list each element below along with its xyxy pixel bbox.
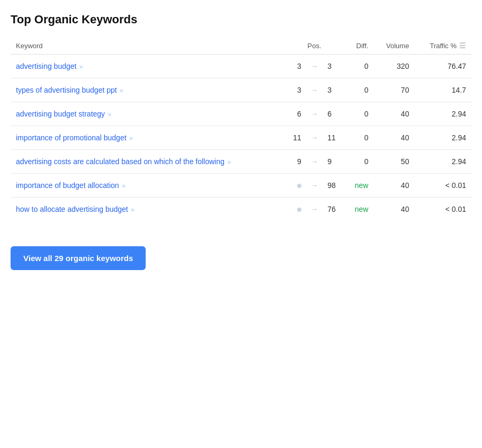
col-header-traffic: Traffic % ☰ bbox=[414, 37, 471, 55]
pos-arrow-cell: → bbox=[304, 78, 325, 102]
pos-from-cell: 11 bbox=[284, 126, 304, 150]
keyword-cell: importance of promotional budget » bbox=[11, 126, 284, 150]
pos-arrow-cell: → bbox=[304, 55, 325, 78]
keyword-cell: importance of budget allocation » bbox=[11, 174, 284, 198]
keyword-link[interactable]: importance of budget allocation » bbox=[16, 181, 126, 190]
pos-arrow-cell: → bbox=[304, 174, 325, 198]
chevron-double-icon: » bbox=[106, 111, 111, 118]
table-row: importance of budget allocation »→98new4… bbox=[11, 174, 471, 198]
traffic-cell: 14.7 bbox=[414, 78, 471, 102]
keyword-cell: advertising budget strategy » bbox=[11, 102, 284, 126]
pos-to-cell: 6 bbox=[325, 102, 344, 126]
col-header-diff: Diff. bbox=[344, 37, 373, 55]
table-row: how to allocate advertising budget »→76n… bbox=[11, 198, 471, 221]
chevron-double-icon: » bbox=[129, 206, 135, 213]
diff-cell: 0 bbox=[344, 55, 373, 78]
pos-arrow-cell: → bbox=[304, 150, 325, 174]
chevron-double-icon: » bbox=[226, 158, 231, 166]
keyword-link[interactable]: advertising budget » bbox=[16, 62, 83, 70]
col-header-keyword: Keyword bbox=[11, 37, 284, 55]
view-all-container: View all 29 organic keywords bbox=[11, 234, 471, 270]
traffic-cell: 76.47 bbox=[414, 55, 471, 78]
table-row: advertising budget strategy »6→60402.94 bbox=[11, 102, 471, 126]
volume-cell: 50 bbox=[373, 150, 414, 174]
chevron-double-icon: » bbox=[118, 87, 123, 94]
diff-cell: 0 bbox=[344, 102, 373, 126]
keyword-cell: types of advertising budget ppt » bbox=[11, 78, 284, 102]
col-header-volume: Volume bbox=[373, 37, 414, 55]
pos-to-cell: 3 bbox=[325, 78, 344, 102]
dot-indicator bbox=[297, 208, 301, 212]
table-row: importance of promotional budget »11→110… bbox=[11, 126, 471, 150]
traffic-cell: 2.94 bbox=[414, 126, 471, 150]
diff-cell: new bbox=[344, 174, 373, 198]
diff-cell: 0 bbox=[344, 126, 373, 150]
diff-cell: 0 bbox=[344, 78, 373, 102]
pos-arrow-cell: → bbox=[304, 102, 325, 126]
pos-from-cell: 9 bbox=[284, 150, 304, 174]
table-row: types of advertising budget ppt »3→30701… bbox=[11, 78, 471, 102]
view-all-button[interactable]: View all 29 organic keywords bbox=[11, 246, 146, 270]
keyword-link[interactable]: advertising budget strategy » bbox=[16, 110, 111, 118]
new-badge: new bbox=[355, 205, 369, 213]
traffic-cell: < 0.01 bbox=[414, 174, 471, 198]
diff-cell: 0 bbox=[344, 150, 373, 174]
pos-from-cell: 3 bbox=[284, 55, 304, 78]
chevron-double-icon: » bbox=[128, 135, 133, 142]
volume-cell: 40 bbox=[373, 126, 414, 150]
pos-from-cell: 3 bbox=[284, 78, 304, 102]
keywords-table: Keyword Pos. Diff. Volume Traffic % ☰ ad… bbox=[11, 37, 471, 221]
volume-cell: 40 bbox=[373, 102, 414, 126]
dot-indicator bbox=[297, 184, 301, 188]
keyword-link[interactable]: types of advertising budget ppt » bbox=[16, 86, 123, 94]
page-title: Top Organic Keywords bbox=[11, 13, 471, 26]
pos-to-cell: 76 bbox=[325, 198, 344, 221]
traffic-cell: 2.94 bbox=[414, 150, 471, 174]
traffic-cell: < 0.01 bbox=[414, 198, 471, 221]
pos-to-cell: 3 bbox=[325, 55, 344, 78]
volume-cell: 40 bbox=[373, 198, 414, 221]
keyword-cell: advertising budget » bbox=[11, 55, 284, 78]
keyword-cell: advertising costs are calculated based o… bbox=[11, 150, 284, 174]
pos-from-cell bbox=[284, 174, 304, 198]
pos-to-cell: 98 bbox=[325, 174, 344, 198]
traffic-cell: 2.94 bbox=[414, 102, 471, 126]
table-row: advertising budget »3→3032076.47 bbox=[11, 55, 471, 78]
pos-to-cell: 9 bbox=[325, 150, 344, 174]
table-row: advertising costs are calculated based o… bbox=[11, 150, 471, 174]
volume-cell: 40 bbox=[373, 174, 414, 198]
diff-cell: new bbox=[344, 198, 373, 221]
keyword-link[interactable]: advertising costs are calculated based o… bbox=[16, 157, 231, 166]
pos-from-cell: 6 bbox=[284, 102, 304, 126]
col-header-pos: Pos. bbox=[284, 37, 344, 55]
chevron-double-icon: » bbox=[77, 63, 83, 70]
keyword-link[interactable]: how to allocate advertising budget » bbox=[16, 205, 135, 213]
keyword-link[interactable]: importance of promotional budget » bbox=[16, 133, 133, 142]
pos-arrow-cell: → bbox=[304, 198, 325, 221]
volume-cell: 70 bbox=[373, 78, 414, 102]
chevron-double-icon: » bbox=[120, 182, 126, 190]
pos-from-cell bbox=[284, 198, 304, 221]
filter-icon[interactable]: ☰ bbox=[459, 41, 466, 50]
volume-cell: 320 bbox=[373, 55, 414, 78]
pos-to-cell: 11 bbox=[325, 126, 344, 150]
new-badge: new bbox=[355, 181, 369, 190]
pos-arrow-cell: → bbox=[304, 126, 325, 150]
keyword-cell: how to allocate advertising budget » bbox=[11, 198, 284, 221]
